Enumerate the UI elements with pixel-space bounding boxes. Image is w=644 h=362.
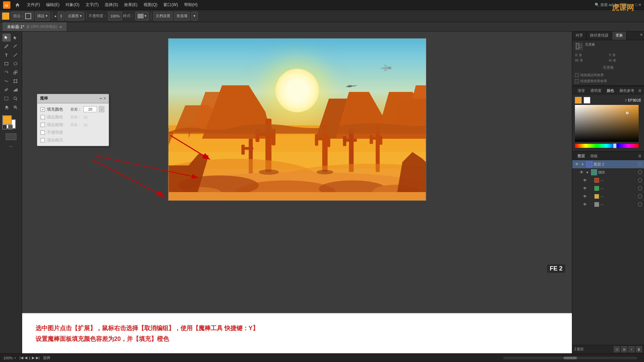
magic-panel-header[interactable]: 魔棒 ▪▪ ✕ <box>37 94 109 103</box>
align-tab[interactable]: 对齐 <box>572 32 587 40</box>
rotate-tool[interactable] <box>2 68 11 76</box>
scale-stroke-check[interactable] <box>575 73 579 77</box>
hex-value[interactable]: EF9D2E <box>628 98 641 103</box>
rect-tool[interactable] <box>2 60 11 68</box>
layers-tab[interactable]: 图层 <box>575 152 588 160</box>
free-transform[interactable] <box>11 77 20 85</box>
layer-row-003[interactable]: 👁 ▼ 003 <box>572 168 644 176</box>
color-guide-tab[interactable]: 颜色参考 <box>617 87 637 95</box>
document-tab[interactable]: 未标题-1* @ 100% (RGB/预览) ✕ <box>3 22 66 31</box>
nav-first[interactable]: |◀ <box>19 356 23 360</box>
brush-shape[interactable]: 点圆形 ▾ <box>65 12 84 20</box>
direct-selection-tool[interactable] <box>11 34 20 42</box>
artboards-tab[interactable]: 画板 <box>588 152 600 160</box>
magic-panel-close[interactable]: ✕ <box>103 97 106 100</box>
layer003-eye[interactable]: 👁 <box>579 170 584 175</box>
menu-select[interactable]: 选择(S) <box>102 1 121 8</box>
menu-text[interactable]: 文字(T) <box>83 1 101 8</box>
scale-tool[interactable] <box>11 68 20 76</box>
more-tools[interactable]: ··· <box>2 142 20 150</box>
swap-color[interactable] <box>8 125 13 129</box>
opacity-input[interactable]: 100% <box>108 12 122 20</box>
layer-row-gray[interactable]: 👁 ··· <box>572 200 644 208</box>
gradient-tab[interactable]: 渐变 <box>575 87 588 95</box>
type-tool[interactable]: T <box>2 51 11 59</box>
menu-effect[interactable]: 效果(E) <box>121 1 140 8</box>
close-right-panel[interactable]: ✕ <box>639 32 644 40</box>
layer-yellow-circle[interactable] <box>638 194 642 198</box>
delete-layer-btn[interactable]: 🗑 <box>636 346 642 352</box>
hand-tool[interactable] <box>2 103 11 111</box>
pen-tool[interactable] <box>2 42 11 50</box>
home-icon[interactable] <box>13 1 21 9</box>
nav-prev[interactable]: ◀ <box>24 356 27 360</box>
zoom-value[interactable]: 100% <box>3 356 13 360</box>
stroke-width-checkbox[interactable] <box>41 123 45 127</box>
opacity-checkbox[interactable] <box>41 130 45 135</box>
menu-view[interactable]: 视图(Q) <box>141 1 160 8</box>
menu-help[interactable]: 帮助(H) <box>181 1 201 8</box>
more-tools-btn[interactable]: ··· <box>2 142 20 150</box>
layer-yellow-eye[interactable]: 👁 <box>582 194 588 199</box>
layer-row-yellow[interactable]: 👁 ··· <box>572 192 644 200</box>
layer-green-circle[interactable] <box>638 186 642 190</box>
menu-edit[interactable]: 编辑(E) <box>43 1 62 8</box>
bg-swatch[interactable] <box>584 97 590 104</box>
toolbar-mode[interactable]: 描边 ▾ <box>35 12 50 20</box>
prefs-btn[interactable]: 首选项 <box>174 12 190 20</box>
toolbar-stroke-icon[interactable]: 描边： <box>11 12 34 20</box>
layer2-circle[interactable] <box>638 162 642 166</box>
layer-red-circle[interactable] <box>638 178 642 182</box>
canvas-wrapper[interactable]: FE 2 <box>22 32 572 313</box>
layers-panel-menu[interactable]: ☰ <box>638 154 641 158</box>
transform-tab[interactable]: 变换 <box>612 32 627 40</box>
layer-gray-eye[interactable]: 👁 <box>582 202 588 207</box>
color-panel-menu[interactable]: ☰ <box>638 89 641 93</box>
warp-tool[interactable] <box>2 77 11 85</box>
prefs-arrow-btn[interactable]: ▾ <box>191 12 198 20</box>
layer-row-green[interactable]: 👁 ··· <box>572 184 644 192</box>
toolbar-fill-color[interactable] <box>2 12 9 20</box>
fill-color-checkbox[interactable] <box>41 107 45 112</box>
menu-window[interactable]: 窗口(W) <box>161 1 180 8</box>
make-clipping-btn[interactable]: ⊡ <box>614 346 620 352</box>
zoom-tool[interactable] <box>11 95 20 103</box>
create-new-layer-btn[interactable]: + <box>629 346 635 352</box>
stroke-color-checkbox[interactable] <box>41 115 45 119</box>
layer2-expand[interactable]: ▼ <box>581 163 585 166</box>
layer-row-red[interactable]: 👁 ··· <box>572 176 644 184</box>
brush-size-input[interactable]: 3 <box>58 12 64 20</box>
nav-last[interactable]: ▶| <box>36 356 40 360</box>
fill-tolerance-arrow[interactable]: › <box>99 106 104 112</box>
tab-close-btn[interactable]: ✕ <box>59 25 62 29</box>
menu-object[interactable]: 对象(O) <box>63 1 82 8</box>
blend-mode-checkbox[interactable] <box>41 138 45 142</box>
magic-panel-pin[interactable]: ▪▪ <box>100 97 102 100</box>
fg-swatch[interactable] <box>575 97 582 104</box>
color-picker-gradient[interactable] <box>575 105 639 142</box>
layer-green-eye[interactable]: 👁 <box>582 186 588 191</box>
none-color[interactable]: ⟋ <box>2 125 7 129</box>
ellipse-tool[interactable] <box>11 60 20 68</box>
fill-tolerance-input[interactable] <box>84 106 97 112</box>
graph-tool[interactable] <box>11 86 20 94</box>
layer-gray-circle[interactable] <box>638 202 642 206</box>
selection-tool[interactable] <box>2 34 11 42</box>
color-tab[interactable]: 颜色 <box>604 87 617 95</box>
create-new-sublayer-btn[interactable]: ⊞ <box>621 346 627 352</box>
menu-file[interactable]: 文件(F) <box>24 1 43 8</box>
symbol-tool[interactable] <box>2 86 11 94</box>
pencil-tool[interactable] <box>11 42 20 50</box>
pathfinder-tab[interactable]: 路径查找器 <box>587 32 612 40</box>
layer-red-eye[interactable]: 👁 <box>582 178 588 183</box>
desert-artwork[interactable] <box>168 38 426 201</box>
foreground-color-box[interactable] <box>2 115 12 125</box>
nav-next[interactable]: ▶ <box>32 356 35 360</box>
horizontal-scrollbar[interactable] <box>503 357 637 359</box>
search-tool[interactable] <box>11 103 20 111</box>
layer-row-layer2[interactable]: 👁 ▼ 图层 2 <box>572 160 644 168</box>
scale-corners-check[interactable] <box>575 79 579 83</box>
layer003-expand[interactable]: ▼ <box>586 171 590 174</box>
artboard-number[interactable]: 1 <box>29 356 31 360</box>
style-selector[interactable]: ▾ <box>135 12 149 20</box>
